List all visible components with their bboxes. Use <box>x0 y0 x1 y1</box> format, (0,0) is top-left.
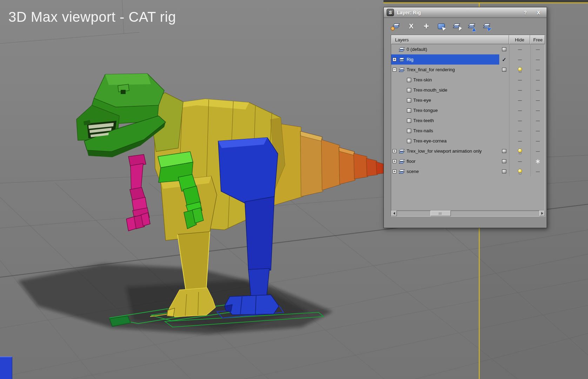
create-new-layer-button[interactable] <box>390 21 402 32</box>
layer-row[interactable]: Trex-teeth — — <box>391 115 545 126</box>
freeze-glyph: — <box>536 139 540 143</box>
dialog-titlebar[interactable]: S Layer: Rig ? X <box>384 7 547 18</box>
add-selection-to-highlighted-layer-button[interactable]: + <box>420 21 432 32</box>
layer-row[interactable]: + Trex_low_for viewport animation only — <box>391 146 545 156</box>
current-layer-cell[interactable] <box>499 166 509 177</box>
hide-cell[interactable]: — <box>509 115 530 126</box>
hide-cell[interactable] <box>509 166 530 177</box>
current-layer-cell[interactable] <box>499 44 509 54</box>
layer-row[interactable]: + Rig ✓ — — <box>391 54 545 65</box>
hide-cell[interactable]: — <box>509 85 530 95</box>
hide-cell[interactable]: — <box>509 95 530 105</box>
layer-row[interactable]: Trex-nails — — <box>391 126 545 136</box>
layer-name-cell[interactable]: + floor <box>391 156 499 166</box>
trex-tail[interactable] <box>269 122 383 206</box>
help-button[interactable]: ? <box>520 9 530 16</box>
freeze-cell[interactable]: — <box>530 44 545 54</box>
layer-name-cell[interactable]: Trex-nails <box>391 126 499 136</box>
layer-name-cell[interactable]: + scene <box>391 166 499 177</box>
freeze-cell[interactable]: — <box>530 136 545 146</box>
current-layer-cell[interactable] <box>499 75 509 85</box>
hide-cell[interactable] <box>509 146 530 156</box>
layer-name-cell[interactable]: Trex-tongue <box>391 105 499 115</box>
freeze-glyph: — <box>536 149 540 153</box>
freeze-cell[interactable]: — <box>530 126 545 136</box>
scroll-right-button[interactable] <box>539 211 545 216</box>
expand-toggle[interactable]: + <box>393 58 396 61</box>
freeze-unfreeze-all-layers-button[interactable] <box>481 21 493 32</box>
trex-arm-magenta[interactable] <box>126 154 150 231</box>
layer-row[interactable]: Trex-tongue — — <box>391 105 545 115</box>
object-cube-icon <box>407 88 411 92</box>
current-layer-cell[interactable] <box>499 105 509 115</box>
highlight-selected-objects-layers-button[interactable] <box>450 21 462 32</box>
scrollbar-thumb[interactable] <box>430 211 451 216</box>
freeze-cell[interactable]: — <box>530 115 545 126</box>
expand-toggle[interactable]: + <box>393 149 396 153</box>
trex-head[interactable] <box>76 74 166 157</box>
layer-row[interactable]: + floor — <box>391 156 545 166</box>
hide-cell[interactable]: — <box>509 156 530 166</box>
hide-cell[interactable]: — <box>509 105 530 115</box>
current-layer-cell[interactable]: ✓ <box>499 54 509 65</box>
freeze-cell[interactable]: — <box>530 166 545 177</box>
scrollbar-track[interactable] <box>397 211 539 216</box>
current-layer-cell[interactable] <box>499 65 509 75</box>
layer-name-cell[interactable]: − Trex_final_for rendering <box>391 65 499 75</box>
freeze-cell[interactable]: — <box>530 95 545 105</box>
freeze-cell[interactable] <box>530 156 545 166</box>
current-layer-cell[interactable] <box>499 126 509 136</box>
expand-toggle[interactable]: + <box>393 169 396 173</box>
current-layer-cell[interactable] <box>499 115 509 126</box>
current-layer-cell[interactable] <box>499 85 509 95</box>
layer-name-cell[interactable]: Trex-mouth_side <box>391 85 499 95</box>
freeze-cell[interactable]: — <box>530 54 545 65</box>
hide-cell[interactable]: — <box>509 54 530 65</box>
layer-name-cell[interactable]: + Rig <box>391 54 499 65</box>
freeze-cell[interactable]: — <box>530 105 545 115</box>
freeze-cell[interactable]: — <box>530 146 545 156</box>
select-highlighted-objects-and-layers-button[interactable] <box>435 21 447 32</box>
freeze-cell[interactable]: — <box>530 65 545 75</box>
hide-unhide-all-layers-button[interactable] <box>466 21 477 32</box>
layer-name-cell[interactable]: 0 (default) <box>391 44 499 54</box>
layer-name-cell[interactable]: Trex-eye-cornea <box>391 136 499 146</box>
layer-row[interactable]: + scene — <box>391 166 545 177</box>
delete-x-icon: X <box>407 23 415 30</box>
layer-row[interactable]: Trex-skin — — <box>391 75 545 85</box>
layer-name-cell[interactable]: Trex-eye <box>391 95 499 105</box>
layer-name-cell[interactable]: + Trex_low_for viewport animation only <box>391 146 499 156</box>
delete-highlighted-empty-layers-button[interactable]: X <box>405 21 417 32</box>
layer-name-cell[interactable]: Trex-skin <box>391 75 499 85</box>
layer-row[interactable]: Trex-mouth_side — — <box>391 85 545 95</box>
horizontal-scrollbar[interactable] <box>391 210 545 216</box>
hide-cell[interactable]: — <box>509 44 530 54</box>
layer-row[interactable]: Trex-eye — — <box>391 95 545 105</box>
freeze-cell[interactable]: — <box>530 75 545 85</box>
current-layer-glyph: ✓ <box>502 57 507 62</box>
layer-name-cell[interactable]: Trex-teeth <box>391 115 499 126</box>
column-header-hide: Hide <box>509 35 530 44</box>
hide-cell[interactable] <box>509 65 530 75</box>
current-layer-cell[interactable] <box>499 146 509 156</box>
freeze-glyph: — <box>536 58 540 62</box>
expand-toggle[interactable]: − <box>393 68 396 72</box>
current-layer-cell[interactable] <box>499 95 509 105</box>
layer-row[interactable]: − Trex_final_for rendering — <box>391 65 545 75</box>
scroll-left-button[interactable] <box>391 211 397 216</box>
freeze-glyph: — <box>536 88 540 92</box>
object-cube-icon <box>407 108 411 113</box>
layer-row[interactable]: 0 (default) — — <box>391 44 545 54</box>
hide-cell[interactable]: — <box>509 136 530 146</box>
layer-dialog: S Layer: Rig ? X X+ Layers Hide Free 0 (… <box>383 7 547 228</box>
hide-cell[interactable]: — <box>509 75 530 85</box>
current-layer-cell[interactable] <box>499 136 509 146</box>
freeze-cell[interactable]: — <box>530 85 545 95</box>
hide-cell[interactable]: — <box>509 126 530 136</box>
close-button[interactable]: X <box>533 9 544 16</box>
layer-name: scene <box>407 169 419 174</box>
current-layer-cell[interactable] <box>499 156 509 166</box>
current-layer-glyph <box>502 159 506 163</box>
layer-row[interactable]: Trex-eye-cornea — — <box>391 136 545 146</box>
expand-toggle[interactable]: + <box>393 159 396 163</box>
